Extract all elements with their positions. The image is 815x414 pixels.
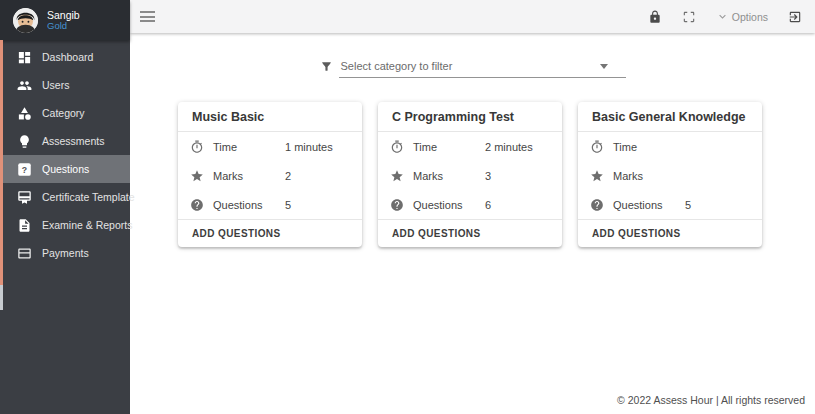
select-placeholder: Select category to filter <box>341 60 600 72</box>
user-name: Sangib <box>47 9 80 21</box>
category-filter-select[interactable]: Select category to filter <box>339 60 626 78</box>
card-row-questions: Questions 5 <box>590 198 762 212</box>
app-window: Sangib Gold Dashboard Users <box>0 0 815 414</box>
sidebar-item-assessments[interactable]: Assessments <box>0 127 130 155</box>
card-header: Music Basic <box>178 102 362 132</box>
card-title: C Programming Test <box>392 110 514 124</box>
sidebar-item-questions[interactable]: ? Questions <box>0 155 130 183</box>
star-icon <box>190 169 213 183</box>
assessments-icon <box>17 134 32 149</box>
sidebar-item-category[interactable]: Category <box>0 99 130 127</box>
copyright-text: © 2022 Assess Hour | All rights reserved <box>617 394 805 406</box>
help-icon <box>190 198 213 212</box>
sidebar-item-users[interactable]: Users <box>0 71 130 99</box>
card-row-questions: Questions 6 <box>390 198 562 212</box>
card-title: Basic General Knowledge <box>592 110 746 124</box>
card-header: Basic General Knowledge <box>578 102 762 132</box>
add-questions-button[interactable]: ADD QUESTIONS <box>578 219 762 247</box>
user-tier: Gold <box>47 21 80 32</box>
options-label: Options <box>732 11 768 23</box>
options-dropdown[interactable]: Options <box>716 10 768 23</box>
card-row-marks: Marks 3 <box>390 169 562 183</box>
user-panel[interactable]: Sangib Gold <box>0 0 130 40</box>
select-caret-icon <box>600 64 608 69</box>
reports-icon <box>17 218 32 233</box>
card-row-time: Time 1 minutes <box>190 140 362 154</box>
card-row-questions: Questions 5 <box>190 198 362 212</box>
certificate-icon <box>17 190 32 205</box>
sidebar-menu: Dashboard Users Category Assessments <box>0 40 130 267</box>
avatar <box>13 8 38 33</box>
card-row-marks: Marks 2 <box>190 169 362 183</box>
help-icon <box>390 198 413 212</box>
fullscreen-icon[interactable] <box>682 10 696 24</box>
star-icon <box>390 169 413 183</box>
questions-icon: ? <box>17 162 32 177</box>
svg-text:?: ? <box>22 164 27 174</box>
card-row-time: Time <box>590 140 762 154</box>
timer-icon <box>190 140 213 154</box>
hamburger-icon[interactable] <box>140 11 155 22</box>
card-row-marks: Marks <box>590 169 762 183</box>
chevron-down-icon <box>716 10 729 23</box>
sidebar-item-examine-reports[interactable]: Examine & Reports <box>0 211 130 239</box>
card-c-programming-test: C Programming Test Time 2 minutes Marks … <box>378 102 562 247</box>
add-questions-button[interactable]: ADD QUESTIONS <box>378 219 562 247</box>
card-music-basic: Music Basic Time 1 minutes Marks 2 <box>178 102 362 247</box>
category-icon <box>17 106 32 121</box>
sidebar-item-payments[interactable]: Payments <box>0 239 130 267</box>
filter-icon <box>320 60 333 78</box>
timer-icon <box>390 140 413 154</box>
timer-icon <box>590 140 613 154</box>
card-header: C Programming Test <box>378 102 562 132</box>
sidebar-scrollbar-thumb[interactable] <box>0 40 3 285</box>
dashboard-icon <box>17 50 32 65</box>
content: Select category to filter Music Basic Ti… <box>130 33 815 414</box>
help-icon <box>590 198 613 212</box>
star-icon <box>590 169 613 183</box>
assessment-cards: Music Basic Time 1 minutes Marks 2 <box>178 102 815 247</box>
logout-icon[interactable] <box>788 10 802 24</box>
topbar: Options <box>130 0 815 33</box>
payments-icon <box>17 246 32 261</box>
sidebar-scrollbar-track <box>0 285 3 310</box>
add-questions-button[interactable]: ADD QUESTIONS <box>178 219 362 247</box>
lock-icon[interactable] <box>648 10 662 24</box>
filter-row: Select category to filter <box>130 60 815 78</box>
main-area: Options Select category to filter <box>130 0 815 414</box>
sidebar-item-dashboard[interactable]: Dashboard <box>0 43 130 71</box>
users-icon <box>17 78 32 93</box>
card-basic-general-knowledge: Basic General Knowledge Time Marks <box>578 102 762 247</box>
card-row-time: Time 2 minutes <box>390 140 562 154</box>
card-title: Music Basic <box>192 110 264 124</box>
sidebar: Sangib Gold Dashboard Users <box>0 0 130 414</box>
sidebar-item-certificate-template[interactable]: Certificate Template <box>0 183 130 211</box>
